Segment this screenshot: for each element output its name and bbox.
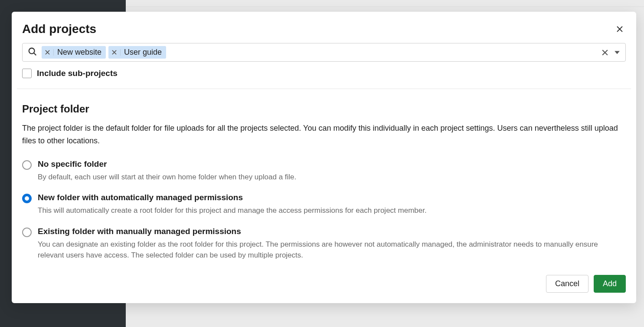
modal-footer: Cancel Add bbox=[12, 261, 636, 303]
radio-content: Existing folder with manually managed pe… bbox=[38, 227, 626, 261]
svg-point-2 bbox=[29, 48, 35, 53]
close-icon bbox=[45, 50, 50, 55]
include-subprojects-checkbox[interactable] bbox=[22, 69, 32, 78]
chevron-down-icon bbox=[614, 50, 620, 56]
radio-description: By default, each user will start at thei… bbox=[38, 172, 626, 183]
chip-remove-button[interactable] bbox=[44, 49, 54, 56]
cancel-button[interactable]: Cancel bbox=[546, 275, 588, 293]
radio-label: Existing folder with manually managed pe… bbox=[38, 227, 626, 236]
close-button[interactable] bbox=[614, 23, 626, 35]
svg-line-3 bbox=[34, 53, 36, 55]
add-button[interactable]: Add bbox=[594, 275, 626, 293]
close-icon bbox=[112, 50, 117, 55]
section-title: Project folder bbox=[22, 103, 626, 115]
close-icon bbox=[602, 50, 608, 56]
dropdown-toggle-button[interactable] bbox=[612, 48, 622, 57]
svg-marker-10 bbox=[615, 51, 620, 54]
clear-search-button[interactable] bbox=[600, 48, 610, 57]
project-search-input[interactable]: New website User guide bbox=[22, 43, 626, 62]
radio-description: You can designate an existing folder as … bbox=[38, 239, 626, 261]
radio-label: New folder with automatically managed pe… bbox=[38, 193, 626, 202]
chip-remove-button[interactable] bbox=[111, 49, 121, 56]
radio-description: This will automatically create a root fo… bbox=[38, 205, 626, 216]
include-subprojects-row: Include sub-projects bbox=[12, 62, 636, 89]
radio-content: No specific folder By default, each user… bbox=[38, 159, 626, 183]
search-chip: User guide bbox=[108, 46, 166, 59]
radio-input[interactable] bbox=[22, 160, 32, 170]
radio-input[interactable] bbox=[22, 228, 32, 237]
radio-content: New folder with automatically managed pe… bbox=[38, 193, 626, 216]
modal-title: Add projects bbox=[22, 22, 96, 36]
add-projects-modal: Add projects New website bbox=[12, 12, 636, 303]
project-folder-section: Project folder The project folder is the… bbox=[12, 89, 636, 261]
include-subprojects-label: Include sub-projects bbox=[37, 69, 118, 78]
radio-input[interactable] bbox=[22, 194, 32, 203]
radio-label: No specific folder bbox=[38, 159, 626, 169]
search-chip: New website bbox=[42, 46, 106, 59]
section-description: The project folder is the default folder… bbox=[22, 122, 626, 147]
top-bar-background bbox=[126, 0, 644, 7]
chip-label: User guide bbox=[124, 48, 162, 57]
search-icon bbox=[28, 47, 37, 58]
radio-option-no-folder[interactable]: No specific folder By default, each user… bbox=[22, 159, 626, 183]
search-container: New website User guide bbox=[12, 36, 636, 62]
close-icon bbox=[615, 25, 624, 33]
chip-label: New website bbox=[57, 48, 101, 57]
modal-header: Add projects bbox=[12, 12, 636, 36]
radio-option-new-folder[interactable]: New folder with automatically managed pe… bbox=[22, 193, 626, 216]
radio-option-existing-folder[interactable]: Existing folder with manually managed pe… bbox=[22, 227, 626, 261]
folder-radio-group: No specific folder By default, each user… bbox=[22, 159, 626, 261]
